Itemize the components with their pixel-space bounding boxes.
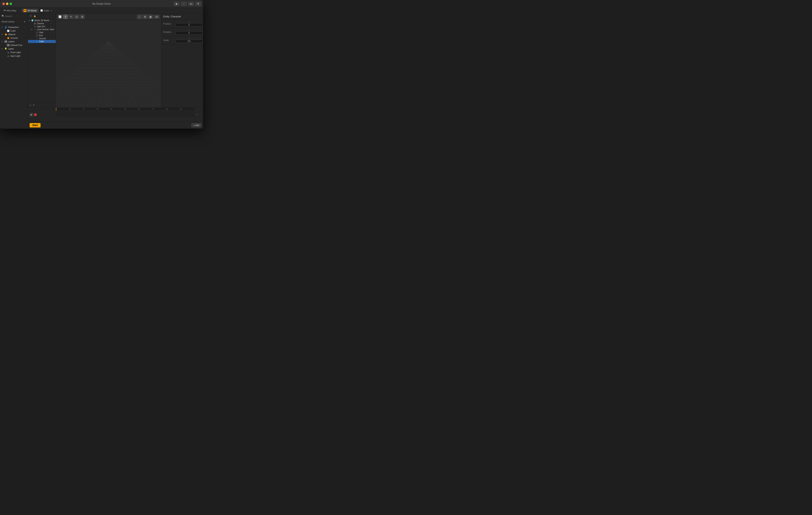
camera-view-button[interactable]: 🎥: [137, 14, 142, 19]
start-add-icon[interactable]: +: [50, 31, 52, 34]
spot-light-icon: ◎: [7, 55, 9, 57]
scene-cube-actions: + …: [50, 40, 55, 43]
select-tool-button[interactable]: ⬜: [58, 14, 62, 19]
position-x-input[interactable]: [175, 23, 203, 27]
scale-x-input[interactable]: [175, 39, 203, 43]
maximize-button[interactable]: [9, 3, 12, 5]
bracket-start-icon: [ ]: [36, 31, 38, 34]
rotate-tool-button[interactable]: ↻: [69, 14, 74, 19]
scale-label: Scale: [163, 39, 174, 41]
scene-sun-actions: + …: [50, 25, 55, 28]
scale-tool-button[interactable]: ⊡: [74, 14, 79, 19]
world-icon: 🌍: [31, 19, 34, 22]
bracket-end-icon: [ ]: [36, 34, 38, 36]
ground-more-icon[interactable]: …: [53, 37, 55, 40]
start-more-icon[interactable]: …: [53, 31, 55, 34]
close-button[interactable]: [2, 3, 5, 5]
camera-more-icon[interactable]: …: [53, 22, 55, 25]
position-x-wrapper: X: [175, 21, 203, 27]
sun-more-icon[interactable]: …: [53, 25, 55, 28]
cube-add-icon[interactable]: +: [50, 40, 52, 43]
asset-library-header: Asset Library +: [0, 19, 28, 25]
settings-button[interactable]: ⚙: [195, 2, 201, 6]
tab-divider: ›: [18, 9, 19, 11]
start-button[interactable]: Start: [30, 123, 40, 127]
section-more-icon[interactable]: …: [53, 28, 55, 31]
end-more-icon[interactable]: …: [53, 34, 55, 37]
asset-library-panel: 🔍 Asset Library + ▾ 👤 Characters ⬜ Cube …: [0, 13, 28, 129]
rotation-x-input[interactable]: [175, 31, 203, 35]
asset-add-button[interactable]: +: [23, 20, 26, 23]
tree-item-point-light[interactable]: ◎ Point Light: [0, 51, 28, 54]
end-add-icon[interactable]: +: [50, 34, 52, 37]
section-add-icon[interactable]: +: [50, 28, 52, 31]
scene-item-start[interactable]: [ ] Start + …: [28, 31, 56, 34]
tree-item-cube-char[interactable]: ⬜ Cube: [0, 29, 28, 33]
tree-item-objects[interactable]: ▾ 🔶 Objects: [0, 33, 28, 36]
snap-tool-button[interactable]: ⊞: [80, 14, 85, 19]
ruler-10: 10: [69, 108, 71, 110]
timeline-nav-next[interactable]: ↑: [199, 113, 202, 116]
tab-cube[interactable]: ⬜ Cube ✕: [38, 9, 54, 12]
3d-canvas[interactable]: [56, 20, 161, 108]
grid-view-button[interactable]: ⊞: [143, 14, 147, 19]
minimize-button[interactable]: [6, 3, 8, 5]
lights-icon: 💡: [4, 47, 7, 50]
3d-scene-area: [56, 20, 161, 108]
timeline-ruler[interactable]: 0 10 20 30 40 50 60 70 80 90: [56, 108, 195, 121]
scene-item-world[interactable]: ▾ 🌍 World: 3D World + …: [28, 19, 56, 22]
tree-item-lights[interactable]: ▾ 💡 Lights: [0, 47, 28, 51]
more-icon[interactable]: …: [53, 19, 55, 22]
add-component-button[interactable]: + Add: [192, 123, 201, 127]
labels-icon: AB: [4, 40, 7, 43]
scene-add-button[interactable]: +: [30, 103, 31, 107]
chevron-down-icon: ▾: [2, 48, 4, 50]
tree-item-characters[interactable]: ▾ 👤 Characters: [0, 25, 28, 29]
2d-toggle-button[interactable]: 2D: [154, 15, 160, 19]
rotation-x-wrapper: X: [175, 29, 203, 35]
ground-label: Ground: [10, 37, 18, 39]
layout-view-button[interactable]: ▦: [148, 14, 153, 19]
tab-mindmap[interactable]: 🗺 Mind Map ›: [2, 9, 22, 12]
sun-add-icon[interactable]: +: [50, 25, 52, 28]
tab-cube-close[interactable]: ✕: [50, 9, 53, 12]
cube-more-icon[interactable]: …: [53, 40, 55, 43]
camera-add-icon[interactable]: +: [50, 22, 52, 25]
scale-fields: X Y Z: [175, 37, 203, 43]
scene-toolbar: 👁 🔒: [28, 13, 56, 19]
scene-tree: ▾ 🌍 World: 3D World + … 🎥 Camera: [28, 19, 56, 102]
scene-item-level-section[interactable]: ▾ ▪ Level Section: Start + …: [28, 28, 56, 31]
tree-item-spot-light[interactable]: ◎ Spot Light: [0, 54, 28, 58]
search-icon: 🔍: [2, 15, 4, 18]
point-light-label: Point Light: [10, 51, 21, 54]
share-button[interactable]: ↑: [181, 2, 186, 6]
tab-mindmap-label: Mind Map: [7, 9, 16, 12]
timeline-nav: ↩ ↑: [195, 113, 203, 116]
add-child-icon[interactable]: +: [50, 19, 52, 22]
move-tool-button[interactable]: ✛: [63, 14, 68, 19]
timeline-record-button[interactable]: [34, 113, 37, 116]
ruler-0: 0: [56, 108, 57, 110]
scene-item-light-sun[interactable]: ☀ Light Sun + …: [28, 25, 56, 28]
tree-item-ground[interactable]: 🔶 Ground: [0, 36, 28, 40]
tab-3dworld[interactable]: 3D 3D World: [22, 8, 38, 12]
eye-icon[interactable]: 👁: [29, 14, 32, 18]
timeline-play-button[interactable]: ▶: [30, 113, 33, 117]
scene-item-cube-obj[interactable]: 👤 Cube + …: [28, 40, 56, 43]
scene-item-camera[interactable]: 🎥 Camera + …: [28, 22, 56, 25]
ground-add-icon[interactable]: +: [50, 37, 52, 40]
play-button[interactable]: ▶: [174, 2, 179, 6]
scene-end-actions: + …: [50, 34, 55, 37]
ruler-40: 40: [111, 108, 113, 110]
scene-camera-actions: + …: [50, 22, 55, 25]
lock-icon[interactable]: 🔒: [33, 14, 36, 18]
text-size-button[interactable]: Aa: [188, 2, 194, 6]
action-bar: Start + Add: [28, 121, 203, 129]
sphere-icon: 🔶: [7, 36, 9, 39]
scene-item-end[interactable]: [ ] End + …: [28, 34, 56, 37]
scene-item-ground-obj[interactable]: ○ Ground + …: [28, 37, 56, 40]
tree-item-default-font[interactable]: AB Default Font: [0, 43, 28, 47]
scene-close-button[interactable]: ✕: [33, 104, 35, 107]
tree-item-labels[interactable]: ▾ AB Labels: [0, 40, 28, 43]
timeline-nav-prev[interactable]: ↩: [195, 113, 199, 116]
